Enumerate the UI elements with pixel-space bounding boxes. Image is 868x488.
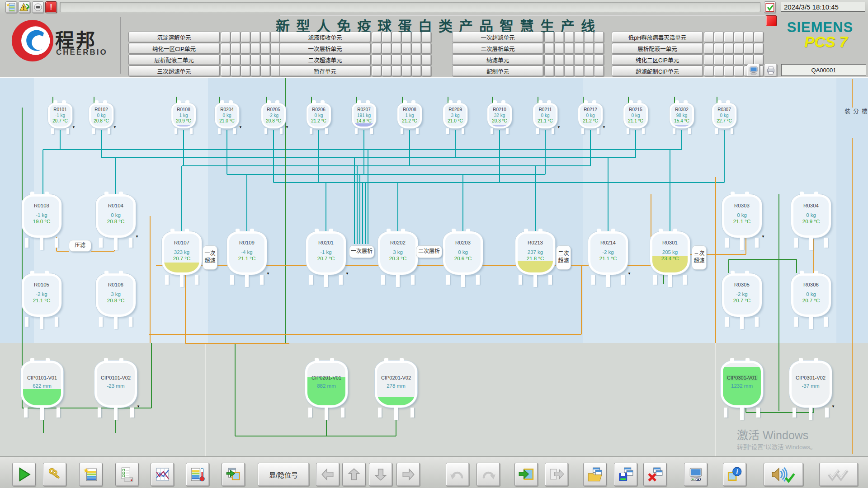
nav-step-button[interactable]	[754, 32, 764, 42]
tank-R0101[interactable]: R0101-1 kg20.7 °C▼	[48, 103, 72, 128]
nav-step-button[interactable]	[734, 54, 744, 65]
nav-step-button[interactable]	[574, 66, 584, 76]
tank-R0302[interactable]: R030298 kg15.4 °C	[670, 103, 694, 128]
nav-step-button[interactable]	[221, 32, 231, 42]
tank-R0103[interactable]: R0103-1 kg19.0 °C	[22, 194, 61, 238]
tank-R0305[interactable]: R0305-2 kg20.7 °C	[722, 273, 762, 317]
nav-step-button[interactable]	[584, 32, 594, 42]
tank-R0204[interactable]: R02040 kg21.0 °C▼	[215, 103, 239, 128]
tank-R0208[interactable]: R02081 kg21.2 °C	[397, 103, 422, 128]
temperature-table-button[interactable]	[186, 463, 209, 486]
nav-step-button[interactable]	[270, 43, 280, 54]
nav-step-button[interactable]	[382, 43, 392, 54]
nav-step-button[interactable]	[241, 32, 250, 42]
tank-R0213[interactable]: R0213237 kg21.8 °C	[515, 231, 555, 275]
nav-step-button[interactable]	[744, 32, 754, 42]
nav-step-button[interactable]	[724, 66, 734, 76]
nav-step-button[interactable]	[714, 66, 724, 76]
tank-R0202[interactable]: R02023 kg20.3 °C	[378, 231, 418, 275]
nav-step-button[interactable]	[231, 32, 241, 42]
tank-R0109[interactable]: R0109-4 kg21.1 °C▼	[227, 231, 267, 275]
server-monitor-button[interactable]	[747, 64, 760, 77]
nav-step-button[interactable]	[754, 43, 764, 54]
nav-step-button[interactable]	[372, 32, 382, 42]
nav-step-button[interactable]	[574, 54, 584, 65]
nav-step-button[interactable]	[372, 54, 382, 65]
tank-CIP0201-V02[interactable]: CIP0201-V02278 mm	[375, 361, 417, 408]
tank-R0307[interactable]: R03070 kg22.7 °C	[712, 103, 736, 128]
nav-unit-纯化二区CIP单元[interactable]: 纯化二区CIP单元	[612, 54, 703, 65]
nav-step-button[interactable]	[250, 43, 260, 54]
monitor-view-button[interactable]	[684, 463, 708, 486]
report-list-button[interactable]: ★	[5, 1, 17, 13]
nav-up-button[interactable]	[342, 463, 366, 486]
nav-unit-纳滤单元[interactable]: 纳滤单元	[452, 54, 543, 65]
nav-step-button[interactable]	[392, 54, 401, 65]
nav-step-button[interactable]	[574, 43, 584, 54]
station-name-field[interactable]: QA00001	[781, 64, 866, 76]
tank-R0102[interactable]: R01020 kg20.8 °C▼	[89, 103, 113, 128]
nav-unit-超滤配制CIP单元[interactable]: 超滤配制CIP单元	[612, 66, 703, 76]
nav-step-button[interactable]	[372, 43, 382, 54]
nav-unit-暂存单元[interactable]: 暂存单元	[279, 66, 371, 76]
nav-step-button[interactable]	[734, 66, 744, 76]
nav-left-button[interactable]	[316, 463, 340, 486]
run-button[interactable]	[12, 463, 36, 486]
nav-step-button[interactable]	[401, 43, 411, 54]
nav-step-button[interactable]	[260, 32, 270, 42]
nav-step-button[interactable]	[392, 43, 401, 54]
print-button[interactable]	[764, 64, 777, 77]
nav-unit-层析配液二单元[interactable]: 层析配液二单元	[128, 54, 220, 65]
nav-step-button[interactable]	[411, 32, 421, 42]
nav-step-button[interactable]	[584, 66, 594, 76]
redo-button[interactable]	[476, 463, 500, 486]
screen-enter-button[interactable]	[514, 463, 538, 486]
nav-step-button[interactable]	[744, 43, 754, 54]
nav-step-button[interactable]	[584, 43, 594, 54]
nav-unit-纯化一区CIP单元[interactable]: 纯化一区CIP单元	[128, 43, 220, 54]
tank-R0211[interactable]: R02110 kg21.1 °C▼	[533, 103, 557, 128]
nav-unit-一次层析单元[interactable]: 一次层析单元	[279, 43, 371, 54]
nav-step-button[interactable]	[231, 54, 241, 65]
nav-step-button[interactable]	[714, 32, 724, 42]
tank-R0201[interactable]: R0201-1 kg20.7 °C▼	[306, 231, 346, 275]
nav-down-button[interactable]	[369, 463, 392, 486]
nav-step-button[interactable]	[392, 32, 401, 42]
tank-R0212[interactable]: R02120 kg21.2 °C▼	[578, 103, 603, 128]
nav-step-button[interactable]	[564, 66, 574, 76]
status-led-red[interactable]	[766, 15, 777, 26]
nav-step-button[interactable]	[554, 54, 564, 65]
login-key-button[interactable]	[43, 463, 66, 486]
screen-copy-button[interactable]	[222, 463, 245, 486]
nav-step-button[interactable]	[372, 66, 382, 76]
nav-step-button[interactable]	[231, 66, 241, 76]
tank-R0210[interactable]: R021032 kg20.3 °C	[487, 103, 512, 128]
nav-step-button[interactable]	[411, 43, 421, 54]
nav-unit-沉淀溶解单元[interactable]: 沉淀溶解单元	[128, 32, 220, 42]
tank-CIP0201-V01[interactable]: CIP0201-V01882 mm	[305, 361, 348, 408]
tank-R0209[interactable]: R02093 kg21.0 °C	[443, 103, 467, 128]
nav-step-button[interactable]	[401, 32, 411, 42]
nav-step-button[interactable]	[584, 54, 594, 65]
open-windows-button[interactable]	[583, 463, 607, 486]
tank-R0206[interactable]: R02060 kg21.2 °C	[307, 103, 331, 128]
nav-step-button[interactable]	[382, 32, 392, 42]
nav-unit-层析配液一单元[interactable]: 层析配液一单元	[612, 43, 703, 54]
tank-R0205[interactable]: R0205-2 kg20.8 °C▼	[261, 103, 286, 128]
nav-step-button[interactable]	[734, 43, 744, 54]
nav-step-button[interactable]	[564, 43, 574, 54]
nav-step-button[interactable]	[564, 32, 574, 42]
tank-R0303[interactable]: R03030 kg21.1 °C▼	[722, 194, 762, 238]
nav-step-button[interactable]	[544, 43, 554, 54]
tank-CIP0101-V02[interactable]: CIP0101-V02-23 mm▼	[94, 361, 137, 408]
alarm-warning-button[interactable]: !	[19, 1, 30, 13]
nav-step-button[interactable]	[421, 43, 431, 54]
tank-R0215[interactable]: R02150 kg21.1 °C	[623, 103, 648, 128]
tank-CIP0301-V01[interactable]: CIP0301-V011232 mm	[721, 361, 763, 408]
nav-step-button[interactable]	[241, 66, 250, 76]
nav-step-button[interactable]	[401, 54, 411, 65]
audio-alarm-button[interactable]	[764, 463, 803, 486]
nav-step-button[interactable]	[221, 54, 231, 65]
tank-R0107[interactable]: R0107323 kg20.7 °C	[162, 231, 202, 275]
undo-button[interactable]	[446, 463, 469, 486]
